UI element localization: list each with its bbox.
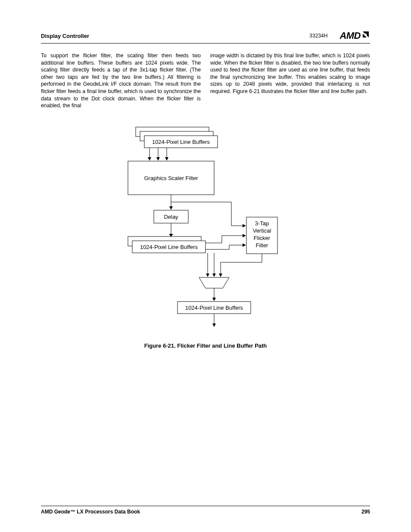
amd-logo: AMD [339,30,370,41]
body-column-2: image width is dictated by this final li… [210,52,370,109]
body-paragraph: To support the flicker filter, the scali… [41,52,370,109]
section-title: Display Controller [41,33,89,39]
diagram-box-flicker-l3: Flicker [254,235,271,241]
body-column-1: To support the flicker filter, the scali… [41,52,201,109]
page-footer: AMD Geode™ LX Processors Data Book 295 [41,506,370,515]
diagram-box-line-buffers-top: 1024-Pixel Line Buffers [152,139,210,145]
footer-page-number: 295 [361,509,370,515]
svg-marker-28 [199,277,229,288]
page-header: Display Controller 33234H AMD [41,30,370,44]
diagram-box-flicker-l1: 3-Tap [255,220,269,227]
document-id: 33234H [309,33,327,39]
diagram-box-scaler: Graphics Scaler Filter [144,175,199,181]
diagram-box-line-buffers-mid: 1024-Pixel Line Buffers [140,244,198,250]
diagram-box-flicker-l4: Filter [256,242,269,249]
amd-arrow-icon [361,30,370,41]
diagram-box-delay: Delay [164,214,178,220]
diagram-box-line-buffers-bottom: 1024-Pixel Line Buffers [185,305,243,311]
flicker-filter-diagram: 1024-Pixel Line Buffers Graphics Scaler … [102,124,309,336]
amd-logo-text: AMD [339,30,361,41]
footer-book-title: AMD Geode™ LX Processors Data Book [41,509,140,515]
header-right: 33234H AMD [309,30,370,41]
diagram-box-flicker-l2: Vertical [253,227,271,234]
figure-block: 1024-Pixel Line Buffers Graphics Scaler … [41,124,370,349]
figure-caption: Figure 6-21. Flicker Filter and Line Buf… [41,342,370,349]
page-container: Display Controller 33234H AMD To support… [0,0,411,532]
